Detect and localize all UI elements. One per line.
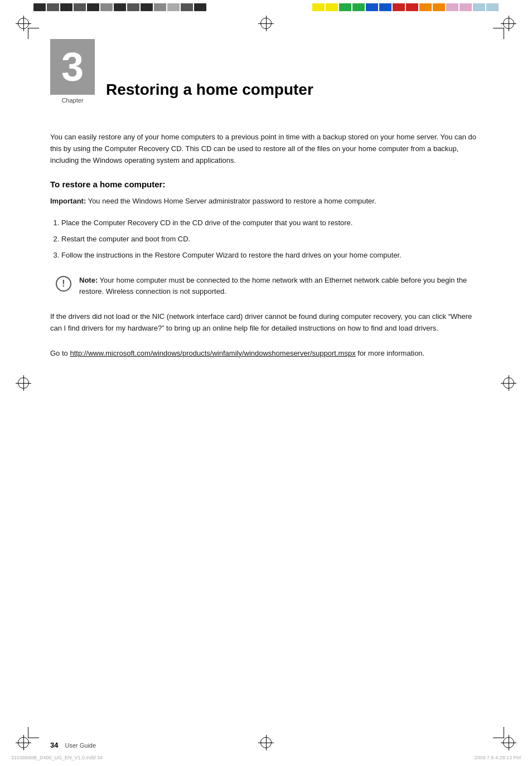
chapter-label: Chapter [61, 97, 83, 104]
link-suffix: for more information. [356, 349, 425, 357]
driver-text: If the drivers did not load or the NIC (… [50, 311, 482, 334]
file-info: 31038690B_D400_UG_EN_V1.0.indd 34 [11, 755, 103, 760]
top-bar [0, 0, 532, 12]
bottom-info: 31038690B_D400_UG_EN_V1.0.indd 34 2009.7… [0, 755, 532, 760]
note-box: ! Note: Your home computer must be conne… [50, 275, 482, 298]
link-section: Go to http://www.microsoft.com/windows/p… [50, 348, 482, 360]
corner-mark-top-left [28, 28, 39, 39]
timestamp: 2009.7.8 4:28:13 PM [474, 755, 521, 760]
important-label: Important: [50, 197, 86, 205]
footer-label: User Guide [65, 742, 96, 749]
reg-mark-top-center [258, 16, 274, 31]
microsoft-link[interactable]: http://www.microsoft.com/windows/product… [70, 349, 355, 357]
note-text: Note: Your home computer must be connect… [79, 275, 482, 298]
page-number: 34 [50, 741, 58, 749]
steps-list: Place the Computer Recovery CD in the CD… [61, 217, 482, 261]
chapter-number-wrapper: 3 Chapter [50, 39, 95, 104]
list-item: Follow the instructions in the Restore C… [61, 250, 482, 261]
chapter-number-block: 3 [50, 39, 95, 95]
link-prefix: Go to [50, 349, 70, 357]
reg-mark-mid-left [16, 375, 31, 391]
note-icon: ! [56, 276, 71, 292]
note-label: Note: [79, 276, 98, 284]
footer: 34 User Guide [50, 741, 482, 749]
list-item: Place the Computer Recovery CD in the CD… [61, 217, 482, 229]
right-color-blocks [312, 3, 499, 11]
section-heading: To restore a home computer: [50, 180, 482, 189]
corner-mark-bottom-left [28, 727, 39, 738]
chapter-number: 3 [61, 47, 84, 87]
corner-mark-top-right [493, 28, 504, 39]
important-text: You need the Windows Home Server adminis… [86, 197, 376, 205]
corner-mark-bottom-right [493, 727, 504, 738]
main-content: 3 Chapter Restoring a home computer You … [50, 39, 482, 721]
chapter-header: 3 Chapter Restoring a home computer [50, 39, 482, 104]
list-item: Restart the computer and boot from CD. [61, 234, 482, 245]
reg-mark-mid-right [501, 375, 516, 391]
note-body: Your home computer must be connected to … [79, 276, 467, 296]
intro-text: You can easily restore any of your home … [50, 132, 482, 166]
left-registration-blocks [33, 3, 206, 11]
important-note: Important: You need the Windows Home Ser… [50, 196, 482, 207]
chapter-title: Restoring a home computer [106, 80, 313, 104]
